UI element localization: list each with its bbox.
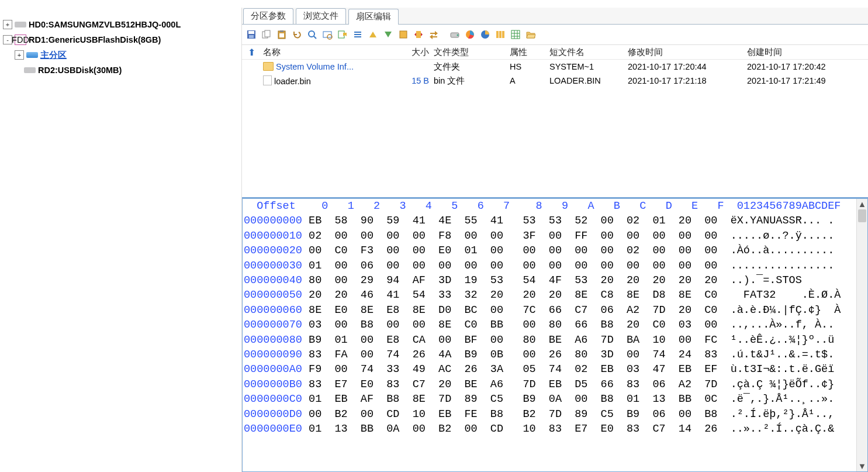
file-list-panel: ⬆ 名称 大小 文件类型 属性 短文件名 修改时间 创建时间 System Vo… (242, 45, 868, 198)
svg-point-19 (457, 35, 459, 36)
svg-rect-1 (248, 31, 254, 34)
folder-open-icon[interactable] (524, 27, 538, 42)
harddisk-icon (15, 22, 26, 27)
col-type[interactable]: 文件类型 (431, 47, 507, 58)
tree-node-rd2[interactable]: RD2:USBDisk(30MB) (3, 63, 241, 78)
tree-node-hd0[interactable]: + HD0:SAMSUNGMZVLB512HBJQ-000L (3, 17, 241, 32)
col-modified[interactable]: 修改时间 (625, 47, 745, 58)
scroll-down-icon[interactable]: ▼ (857, 461, 867, 471)
svg-point-8 (309, 31, 314, 37)
file-name: loader.bin (274, 77, 311, 86)
file-row[interactable]: System Volume Inf... 文件夹 HS SYSTEM~1 202… (242, 60, 868, 74)
col-name[interactable]: 名称 (261, 47, 401, 58)
svg-rect-22 (496, 31, 499, 38)
tree-node-label: RD2:USBDisk(30MB) (38, 66, 122, 75)
svg-rect-2 (249, 35, 254, 38)
bookmark-icon[interactable] (336, 27, 350, 42)
swap-icon[interactable] (427, 27, 441, 42)
search-icon[interactable] (305, 27, 319, 42)
usbdisk-icon (24, 67, 36, 73)
svg-rect-4 (265, 30, 270, 37)
collapse-icon[interactable]: - (3, 35, 12, 44)
undo-icon[interactable] (290, 27, 304, 42)
list-icon[interactable] (351, 27, 365, 42)
toolbar (242, 25, 868, 45)
file-created: 2021-10-17 17:21:49 (745, 76, 864, 85)
tree-node-label: HD0:SAMSUNGMZVLB512HBJQ-000L (29, 20, 181, 29)
file-name: System Volume Inf... (276, 62, 354, 71)
insert-icon[interactable] (411, 27, 426, 42)
copy-icon[interactable] (260, 27, 274, 42)
columns-icon[interactable] (493, 27, 507, 42)
expand-icon[interactable]: + (15, 50, 24, 60)
paste-icon[interactable] (275, 27, 289, 42)
disk-icon[interactable] (448, 27, 462, 42)
up-arrow-icon[interactable]: ⬆ (242, 47, 261, 58)
tab-browse-files[interactable]: 浏览文件 (296, 8, 346, 24)
svg-line-9 (314, 36, 316, 39)
tree-node-partition[interactable]: + 主分区 (3, 47, 241, 63)
block-icon[interactable] (396, 27, 410, 42)
tab-partition-params[interactable]: 分区参数 (243, 8, 293, 24)
pie-multi-icon[interactable] (463, 27, 477, 42)
svg-rect-6 (280, 30, 283, 32)
save-icon[interactable] (244, 27, 258, 42)
file-short: SYSTEM~1 (547, 62, 625, 71)
scrollbar[interactable]: ▲ ▼ (856, 199, 867, 471)
device-tree: + HD0:SAMSUNGMZVLB512HBJQ-000L - FDD RD1… (0, 8, 242, 472)
file-icon (263, 75, 272, 85)
svg-rect-23 (499, 31, 502, 38)
tree-node-rd1[interactable]: - FDD RD1:GenericUSBFlashDisk(8GB) (3, 32, 241, 47)
svg-rect-17 (416, 31, 421, 38)
tab-sector-edit[interactable]: 扇区编辑 (348, 9, 399, 25)
file-type: bin 文件 (431, 75, 507, 87)
expand-icon[interactable]: + (3, 20, 12, 29)
scroll-thumb[interactable] (858, 209, 866, 222)
svg-rect-25 (511, 30, 520, 39)
svg-rect-24 (502, 31, 504, 38)
file-list-header: ⬆ 名称 大小 文件类型 属性 短文件名 修改时间 创建时间 (242, 45, 868, 60)
file-row[interactable]: loader.bin 15 B bin 文件 A LOADER.BIN 2021… (242, 74, 868, 88)
file-type: 文件夹 (431, 61, 507, 73)
folder-icon (263, 62, 274, 71)
pie-blue-icon[interactable] (478, 27, 492, 42)
grid-icon[interactable] (509, 27, 523, 42)
col-shortname[interactable]: 短文件名 (547, 47, 625, 58)
tree-node-label: RD1:GenericUSBFlashDisk(8GB) (29, 35, 161, 44)
hex-editor[interactable]: Offset 0 1 2 3 4 5 6 7 8 9 A B C D E F 0… (242, 198, 868, 472)
col-attr[interactable]: 属性 (507, 47, 547, 58)
file-created: 2021-10-17 17:20:42 (745, 62, 864, 71)
down-triangle-icon[interactable] (381, 27, 395, 42)
svg-rect-16 (400, 31, 407, 38)
scroll-up-icon[interactable]: ▲ (857, 199, 867, 209)
col-size[interactable]: 大小 (401, 47, 431, 58)
file-modified: 2021-10-17 17:20:44 (625, 62, 745, 71)
file-attr: HS (507, 62, 547, 71)
file-attr: A (507, 76, 547, 85)
tab-bar: 分区参数 浏览文件 扇区编辑 (242, 8, 868, 25)
col-created[interactable]: 创建时间 (745, 47, 864, 58)
tree-node-label: 主分区 (40, 50, 67, 61)
svg-rect-7 (279, 33, 284, 37)
floppy-icon: FDD (15, 35, 26, 45)
file-modified: 2021-10-17 17:21:18 (625, 76, 745, 85)
partition-icon (26, 52, 38, 58)
file-size: 15 B (401, 76, 431, 85)
file-short: LOADER.BIN (547, 76, 625, 85)
goto-icon[interactable] (320, 27, 334, 42)
up-triangle-icon[interactable] (366, 27, 380, 42)
